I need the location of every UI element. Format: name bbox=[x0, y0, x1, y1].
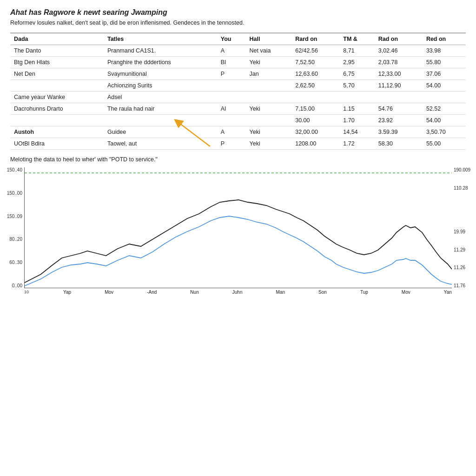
col-header-you: You bbox=[217, 33, 246, 45]
table-cell-7-1: Guidee bbox=[104, 126, 217, 138]
table-cell-5-4: 7,15.00 bbox=[291, 103, 339, 115]
x-label-0: Yap bbox=[63, 290, 71, 295]
chart-y-right-axis: 190.009 110.28 19.99 11.29 11.26 11.76 bbox=[452, 167, 476, 288]
table-cell-2-5: 6,75 bbox=[339, 68, 374, 80]
table-cell-4-1: Adsel bbox=[104, 92, 217, 103]
table-cell-8-6: 58.30 bbox=[375, 138, 423, 150]
chart-black-line bbox=[25, 200, 452, 283]
table-cell-6-5: 1.70 bbox=[339, 115, 374, 126]
table-row: AustohGuideeAYeki32,00.0014,543.59.393,5… bbox=[10, 126, 466, 138]
table-cell-8-5: 1.72 bbox=[339, 138, 374, 150]
table-cell-0-6: 3,02.46 bbox=[375, 45, 423, 57]
col-header-hall: Hall bbox=[246, 33, 292, 45]
table-cell-6-2 bbox=[217, 115, 246, 126]
x-label-6: Son bbox=[318, 290, 327, 295]
x-label-2: -And bbox=[147, 290, 157, 295]
x-label-1: Mov bbox=[105, 290, 113, 295]
table-cell-0-2: A bbox=[217, 45, 246, 57]
yr-label-2: 110.28 bbox=[454, 185, 468, 191]
table-cell-3-6: 11,12.90 bbox=[375, 80, 423, 92]
table-cell-5-6: 54.76 bbox=[375, 103, 423, 115]
table-row: The DantoPranmand CA1S1.ANet vaia62/42.5… bbox=[10, 45, 466, 57]
x-label-9: Yan bbox=[444, 290, 452, 295]
table-cell-3-4: 2,62.50 bbox=[291, 80, 339, 92]
table-cell-0-7: 33.98 bbox=[423, 45, 466, 57]
table-cell-4-6 bbox=[375, 92, 423, 103]
col-header-rard-on: Rard on bbox=[291, 33, 339, 45]
chart-svg bbox=[25, 167, 452, 288]
table-cell-7-2: A bbox=[217, 126, 246, 138]
table-cell-8-1: Taowel, aut bbox=[104, 138, 217, 150]
table-cell-4-2 bbox=[217, 92, 246, 103]
table-cell-0-3: Net vaia bbox=[246, 45, 292, 57]
table-cell-1-5: 2,95 bbox=[339, 57, 374, 68]
table-cell-8-3: Yeki bbox=[246, 138, 292, 150]
col-header-tatles: Tatles bbox=[104, 33, 217, 45]
table-cell-7-0: Austoh bbox=[10, 126, 104, 138]
table-cell-7-5: 14,54 bbox=[339, 126, 374, 138]
col-header-tm: TM & bbox=[339, 33, 374, 45]
caption-text: Meloting the data to heel to wher' with … bbox=[10, 156, 466, 163]
table-cell-2-4: 12,63.60 bbox=[291, 68, 339, 80]
table-cell-6-7: 54.00 bbox=[423, 115, 466, 126]
table-cell-3-1: Achionzing Surits bbox=[104, 80, 217, 92]
x-label-5: Man bbox=[276, 290, 285, 295]
page-title: Ahat has Ragwore k newt searing Jwamping bbox=[10, 8, 466, 17]
table-cell-5-0: Dacrohunns Drarto bbox=[10, 103, 104, 115]
yr-label-8: 11.76 bbox=[454, 283, 465, 288]
table-cell-0-5: 8,71 bbox=[339, 45, 374, 57]
subtitle-text: Reformev losules nalket, den't seat ip, … bbox=[10, 20, 466, 26]
table-cell-3-7: 54.00 bbox=[423, 80, 466, 92]
table-cell-2-0: Net Den bbox=[10, 68, 104, 80]
col-header-red-on: Red on bbox=[423, 33, 466, 45]
col-header-dada: Dada bbox=[10, 33, 104, 45]
table-cell-5-2: Al bbox=[217, 103, 246, 115]
table-cell-6-4: 30.00 bbox=[291, 115, 339, 126]
yr-label-7: 11.26 bbox=[454, 265, 465, 270]
x-label-8: Mov bbox=[402, 290, 410, 295]
table-header-row: Dada Tatles You Hall Rard on TM & Rad on… bbox=[10, 33, 466, 45]
table-cell-8-2: P bbox=[217, 138, 246, 150]
table-cell-1-3: Yeki bbox=[246, 57, 292, 68]
table-cell-5-1: The raula had nair bbox=[104, 103, 217, 115]
table-cell-4-3 bbox=[246, 92, 292, 103]
table-cell-4-7 bbox=[423, 92, 466, 103]
table-cell-4-0: Came yeaur Wanke bbox=[10, 92, 104, 103]
table-cell-0-0: The Danto bbox=[10, 45, 104, 57]
table-cell-5-3: Yeki bbox=[246, 103, 292, 115]
table-cell-1-0: Btg Den Hlats bbox=[10, 57, 104, 68]
table-cell-5-7: 52.52 bbox=[423, 103, 466, 115]
table-cell-1-1: Pranghire the dddertions bbox=[104, 57, 217, 68]
table-row: Dacrohunns DrartoThe raula had nairAlYek… bbox=[10, 103, 466, 115]
x-label-3: Nun bbox=[190, 290, 198, 295]
table-cell-8-0: UOtBl Bdira bbox=[10, 138, 104, 150]
table-cell-5-5: 1.15 bbox=[339, 103, 374, 115]
table-cell-3-0 bbox=[10, 80, 104, 92]
table-cell-4-5 bbox=[339, 92, 374, 103]
table-cell-3-3 bbox=[246, 80, 292, 92]
table-cell-1-2: Bl bbox=[217, 57, 246, 68]
table-cell-8-4: 1208.00 bbox=[291, 138, 339, 150]
table-cell-7-4: 32,00.00 bbox=[291, 126, 339, 138]
x-label-4: Juhn bbox=[232, 290, 243, 295]
table-cell-3-5: 5,70 bbox=[339, 80, 374, 92]
table-row: 30.001.7023.9254.00 bbox=[10, 115, 466, 126]
yr-label-6: 11.29 bbox=[454, 247, 465, 252]
table-cell-2-6: 12,33.00 bbox=[375, 68, 423, 80]
chart-area: 112.35 1060 bbox=[24, 167, 452, 288]
table-cell-3-2 bbox=[217, 80, 246, 92]
table-cell-0-1: Pranmand CA1S1. bbox=[104, 45, 217, 57]
table-cell-8-7: 55.00 bbox=[423, 138, 466, 150]
col-header-rad-on: Rad on bbox=[375, 33, 423, 45]
table-row: Net DenSvaymunitionalPJan12,63.606,7512,… bbox=[10, 68, 466, 80]
data-table-wrapper: Dada Tatles You Hall Rard on TM & Rad on… bbox=[10, 33, 466, 150]
table-cell-7-6: 3.59.39 bbox=[375, 126, 423, 138]
table-cell-7-7: 3,50.70 bbox=[423, 126, 466, 138]
table-cell-6-0 bbox=[10, 115, 104, 126]
table-row: Came yeaur WankeAdsel bbox=[10, 92, 466, 103]
table-cell-2-1: Svaymunitional bbox=[104, 68, 217, 80]
table-cell-7-3: Yeki bbox=[246, 126, 292, 138]
table-cell-4-4 bbox=[291, 92, 339, 103]
table-row: Btg Den HlatsPranghire the dddertionsBlY… bbox=[10, 57, 466, 68]
table-cell-0-4: 62/42.56 bbox=[291, 45, 339, 57]
